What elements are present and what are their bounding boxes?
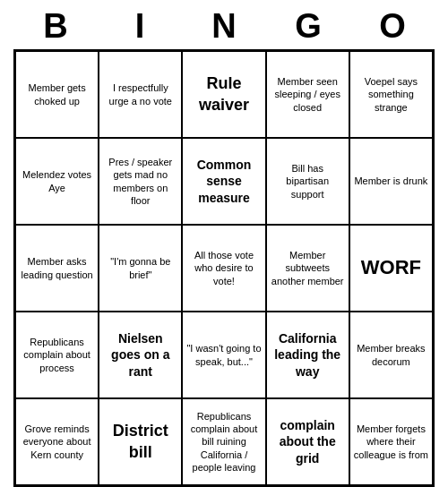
letter-i: I <box>104 7 176 46</box>
bingo-cell[interactable]: "I wasn't going to speak, but..." <box>182 312 265 398</box>
bingo-cell[interactable]: Member seen sleeping / eyes closed <box>266 51 349 138</box>
bingo-cell[interactable]: Rule waiver <box>182 51 265 138</box>
bingo-cell[interactable]: complain about the grid <box>266 398 349 485</box>
bingo-cell[interactable]: Member asks leading question <box>15 225 99 312</box>
bingo-cell[interactable]: Republicans complain about process <box>15 312 99 398</box>
bingo-cell[interactable]: Bill has bipartisan support <box>266 138 349 225</box>
bingo-cell[interactable]: "I'm gonna be brief" <box>99 225 182 312</box>
bingo-cell[interactable]: Republicans complain about bill ruining … <box>182 398 265 485</box>
bingo-cell[interactable]: Member gets choked up <box>15 51 99 138</box>
bingo-cell[interactable]: District bill <box>99 398 182 485</box>
letter-o: O <box>357 7 428 46</box>
bingo-cell[interactable]: Member breaks decorum <box>349 312 433 398</box>
bingo-cell[interactable]: I respectfully urge a no vote <box>99 51 182 138</box>
bingo-cell[interactable]: Grove reminds everyone about Kern county <box>15 398 99 485</box>
bingo-cell[interactable]: Nielsen goes on a rant <box>99 312 182 398</box>
bingo-cell[interactable]: Member forgets where their colleague is … <box>349 398 433 485</box>
bingo-header: B I N G O <box>13 7 435 46</box>
bingo-cell[interactable]: Melendez votes Aye <box>15 138 99 225</box>
bingo-cell[interactable]: Pres / speaker gets mad no members on fl… <box>99 138 182 225</box>
bingo-cell[interactable]: California leading the way <box>266 312 349 398</box>
bingo-grid: Member gets choked upI respectfully urge… <box>13 49 435 487</box>
letter-b: B <box>20 7 91 46</box>
bingo-cell[interactable]: Member is drunk <box>349 138 433 225</box>
bingo-cell[interactable]: All those vote who desire to vote! <box>182 225 265 312</box>
letter-n: N <box>188 7 260 46</box>
bingo-cell[interactable]: Member subtweets another member <box>266 225 349 312</box>
bingo-cell[interactable]: WORF <box>349 225 433 312</box>
bingo-cell[interactable]: Voepel says something strange <box>349 51 433 138</box>
bingo-cell[interactable]: Common sense measure <box>182 138 265 225</box>
letter-g: G <box>272 7 344 46</box>
